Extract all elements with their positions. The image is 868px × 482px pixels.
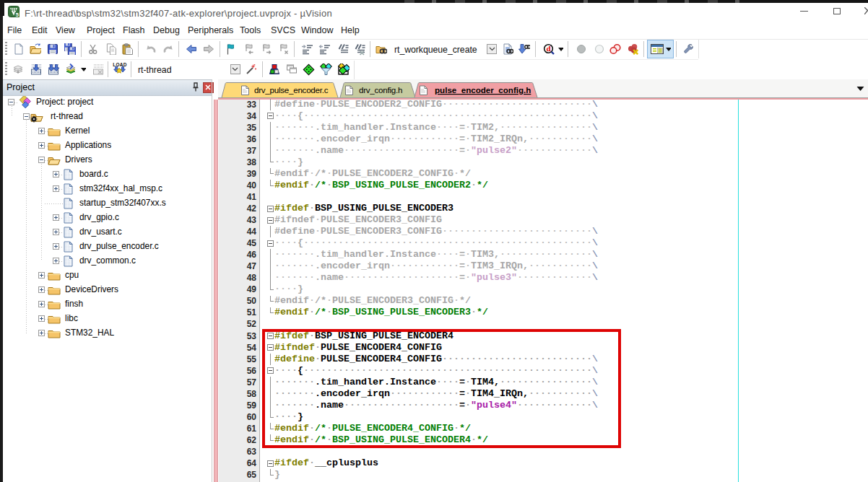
svg-text:d: d bbox=[546, 44, 550, 53]
svg-text:pulse_encoder_config.h: pulse_encoder_config.h bbox=[435, 85, 531, 95]
svg-text:drv_pulse_encoder.c: drv_pulse_encoder.c bbox=[254, 85, 329, 95]
svg-text:drv_config.h: drv_config.h bbox=[359, 85, 402, 95]
svg-text:LOAD: LOAD bbox=[113, 62, 127, 67]
svg-text:5: 5 bbox=[16, 12, 19, 17]
